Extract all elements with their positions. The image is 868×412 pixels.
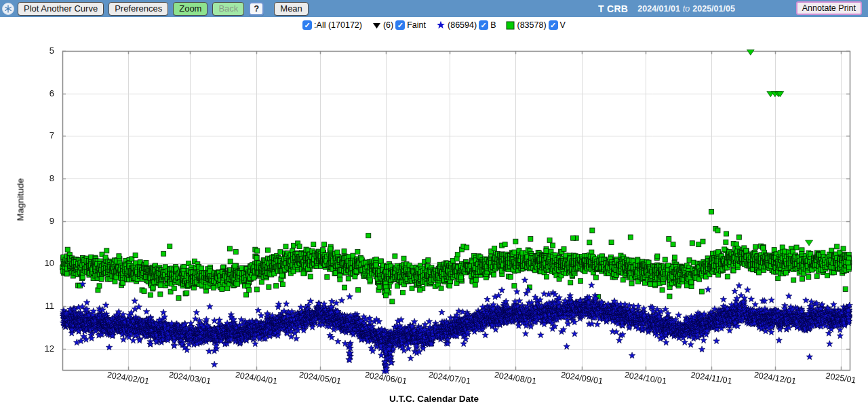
light-curve-plot[interactable]	[0, 32, 868, 412]
legend-label-all: :All (170172)	[314, 20, 362, 30]
date-range-to-word: to	[683, 4, 690, 14]
legend-label-v: V	[560, 20, 566, 30]
y-tick-label-6: 6	[27, 88, 54, 99]
plot-title: T CRB 2024/01/01to2025/01/05	[598, 0, 735, 17]
top-toolbar: Plot Another CurvePreferencesZoomBack?Me…	[0, 0, 868, 17]
y-tick-label-5: 5	[27, 45, 54, 56]
legend-label-faint: Faint	[407, 20, 426, 30]
help-button[interactable]: ?	[249, 2, 264, 16]
legend-count-faint: (6)	[383, 20, 393, 30]
zoom-button[interactable]: Zoom	[173, 2, 208, 16]
y-tick-label-12: 12	[27, 343, 54, 354]
y-tick-label-8: 8	[27, 173, 54, 184]
y-tick-label-7: 7	[27, 130, 54, 141]
y-tick-label-11: 11	[27, 301, 54, 312]
plot-another-curve-button[interactable]: Plot Another Curve	[18, 2, 104, 16]
legend-item-all: ✓:All (170172)	[302, 20, 362, 30]
legend-item-v: (83578)✓V	[506, 20, 565, 30]
date-to: 2025/01/05	[692, 4, 735, 14]
y-axis-title: Magnitude	[16, 178, 26, 221]
legend-item-faint: (6)✓Faint	[372, 20, 426, 30]
checkbox-faint[interactable]: ✓	[395, 20, 405, 30]
star-icon	[436, 20, 446, 30]
back-button[interactable]: Back	[212, 2, 244, 16]
aavso-logo-icon[interactable]	[2, 3, 14, 15]
date-range: 2024/01/01to2025/01/05	[637, 4, 735, 14]
legend-item-b: (86594)✓B	[436, 20, 496, 30]
square-icon	[506, 21, 515, 30]
checkbox-b[interactable]: ✓	[479, 20, 488, 30]
legend-count-v: (83578)	[517, 20, 546, 30]
toolbar-buttons: Plot Another CurvePreferencesZoomBack?Me…	[18, 2, 313, 16]
legend-row: ✓:All (170172)(6)✓Faint(86594)✓B(83578)✓…	[0, 17, 868, 32]
annotate-print-button[interactable]: Annotate Print	[796, 1, 862, 15]
x-axis-title: U.T.C. Calendar Date	[0, 394, 868, 404]
legend-label-b: B	[490, 20, 496, 30]
checkbox-v[interactable]: ✓	[549, 20, 558, 30]
date-from: 2024/01/01	[637, 4, 680, 14]
chart-region: Magnitude 56789101112 2024/02/012024/03/…	[0, 32, 868, 412]
checkbox-all[interactable]: ✓	[302, 20, 312, 30]
triangle-down-icon	[372, 22, 381, 29]
y-tick-label-9: 9	[27, 216, 54, 227]
legend-count-b: (86594)	[448, 20, 477, 30]
preferences-button[interactable]: Preferences	[108, 2, 168, 16]
y-tick-label-10: 10	[27, 258, 54, 269]
mean-button[interactable]: Mean	[274, 2, 309, 16]
star-name: T CRB	[598, 3, 628, 14]
